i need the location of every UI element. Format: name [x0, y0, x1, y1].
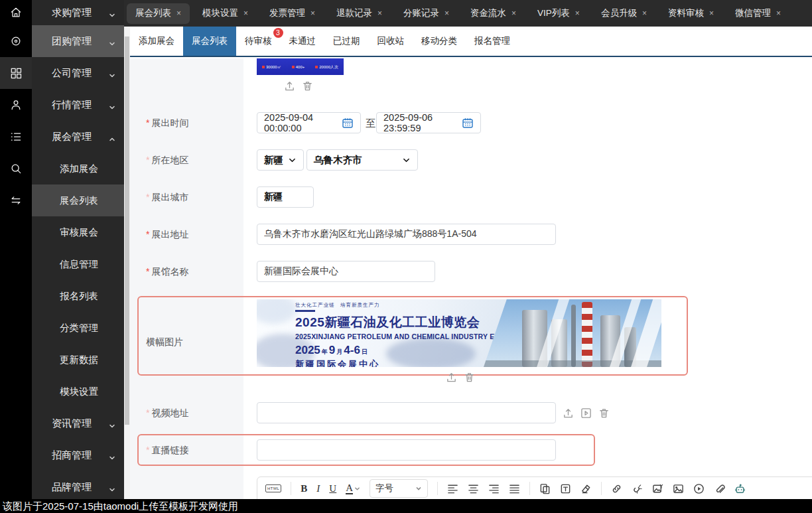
- grid-icon[interactable]: [0, 57, 32, 89]
- home-icon[interactable]: [0, 0, 32, 25]
- tab-exhibition-list[interactable]: 展会列表: [183, 27, 236, 56]
- window-tab-wechat[interactable]: 微信管理×: [726, 0, 789, 27]
- video-url-input[interactable]: [257, 402, 556, 423]
- tab-move-category[interactable]: 移动分类: [413, 27, 466, 56]
- tab-pending-audit[interactable]: 待审核3: [236, 27, 281, 56]
- font-color-button[interactable]: A: [346, 483, 360, 494]
- start-datetime-input[interactable]: 2025-09-04 00:00:00: [257, 112, 361, 133]
- list-icon[interactable]: [0, 121, 32, 153]
- font-size-select[interactable]: 字号: [370, 479, 428, 498]
- live-link-input[interactable]: [257, 439, 556, 461]
- section-tab-bar: 添加展会 展会列表 待审核3 未通过 已过期 回收站 移动分类 报名管理: [130, 27, 812, 57]
- trash-icon[interactable]: [598, 407, 610, 419]
- calendar-icon[interactable]: [462, 117, 474, 129]
- close-icon[interactable]: ×: [176, 9, 181, 17]
- sidebar-item-pinpai[interactable]: 品牌管理: [32, 471, 124, 503]
- chevron-down-icon: [288, 156, 297, 165]
- window-tab-cashflow[interactable]: 资金流水×: [462, 0, 525, 27]
- align-left-button[interactable]: [447, 483, 458, 494]
- bold-button[interactable]: B: [301, 483, 307, 494]
- vertical-scrollbar[interactable]: [124, 27, 130, 499]
- underline-button[interactable]: U: [329, 483, 336, 494]
- align-right-button[interactable]: [488, 483, 500, 494]
- close-icon[interactable]: ×: [575, 9, 580, 17]
- calendar-icon[interactable]: [342, 117, 354, 129]
- field-label-banner: 横幅图片: [146, 336, 183, 347]
- play-preview-icon[interactable]: [580, 407, 592, 419]
- target-icon[interactable]: [0, 25, 32, 57]
- upload-icon[interactable]: [446, 372, 457, 383]
- sidebar-item-category-manage[interactable]: 分类管理: [32, 312, 124, 344]
- tab-signup-manage[interactable]: 报名管理: [466, 27, 519, 56]
- link-button[interactable]: [611, 483, 622, 494]
- close-icon[interactable]: ×: [642, 9, 647, 17]
- sidebar-item-qiugou[interactable]: 求购管理: [32, 0, 124, 25]
- chevron-down-icon: [109, 9, 115, 16]
- close-icon[interactable]: ×: [709, 9, 714, 17]
- city-select[interactable]: 乌鲁木齐市: [306, 149, 418, 171]
- trash-icon[interactable]: [302, 80, 313, 92]
- upload-icon[interactable]: [563, 407, 574, 419]
- window-tab-data-audit[interactable]: 资料审核×: [659, 0, 722, 27]
- paste-button[interactable]: [539, 483, 551, 494]
- robot-button[interactable]: [734, 483, 746, 494]
- align-justify-button[interactable]: [509, 483, 520, 494]
- end-datetime-input[interactable]: 2025-09-06 23:59:59: [376, 112, 481, 133]
- window-tab-module-settings[interactable]: 模块设置×: [194, 0, 257, 27]
- tab-expired[interactable]: 已过期: [324, 27, 369, 56]
- swap-icon[interactable]: [0, 184, 32, 216]
- window-tab-refund[interactable]: 退款记录×: [328, 0, 391, 27]
- sidebar-item-zixun[interactable]: 资讯管理: [32, 407, 124, 439]
- tab-add-exhibition[interactable]: 添加展会: [130, 27, 183, 56]
- sidebar-item-audit-exhibition[interactable]: 审核展会: [32, 216, 124, 248]
- sidebar-item-module-settings[interactable]: 模块设置: [32, 376, 124, 407]
- scrollbar-thumb[interactable]: [125, 37, 129, 425]
- sidebar-item-info-manage[interactable]: 信息管理: [32, 248, 124, 280]
- chevron-down-icon: [109, 102, 115, 108]
- user-icon[interactable]: [0, 89, 32, 121]
- tab-rejected[interactable]: 未通过: [281, 27, 325, 56]
- sidebar-item-zhaoshang[interactable]: 招商管理: [32, 439, 124, 471]
- sidebar-item-signup-list[interactable]: 报名列表: [32, 280, 124, 312]
- window-tab-member-upgrade[interactable]: 会员升级×: [592, 0, 655, 27]
- banner-date: 2025年9月4-6日: [295, 344, 509, 357]
- window-tab-invoice[interactable]: 发票管理×: [261, 0, 324, 27]
- upload-icon[interactable]: [284, 80, 295, 92]
- close-icon[interactable]: ×: [243, 9, 248, 17]
- intro-image-preview: 30000㎡ 400+ 20000人次: [257, 58, 344, 75]
- sidebar-item-hangqing[interactable]: 行情管理: [32, 89, 124, 121]
- image-upload-button[interactable]: [652, 483, 663, 494]
- exhibit-city-input[interactable]: [257, 186, 314, 208]
- trash-icon[interactable]: [464, 372, 475, 383]
- attachment-button[interactable]: [714, 483, 725, 494]
- italic-button[interactable]: I: [316, 483, 320, 494]
- window-tab-exhibition-list[interactable]: 展会列表×: [127, 3, 190, 24]
- image-button[interactable]: [673, 483, 684, 494]
- venue-name-input[interactable]: [257, 261, 435, 282]
- window-tab-ledger[interactable]: 分账记录×: [395, 0, 458, 27]
- rich-text-editor: HTML B I U A 字号: [257, 476, 812, 499]
- sidebar-item-gongsi[interactable]: 公司管理: [32, 57, 124, 89]
- province-select[interactable]: 新疆: [257, 149, 304, 171]
- tab-recycle-bin[interactable]: 回收站: [369, 27, 413, 56]
- close-icon[interactable]: ×: [511, 9, 516, 17]
- close-icon[interactable]: ×: [776, 9, 781, 17]
- video-button[interactable]: [693, 483, 705, 494]
- sidebar-item-update-data[interactable]: 更新数据: [32, 344, 124, 376]
- sidebar-item-exhibition-list[interactable]: 展会列表: [32, 184, 124, 216]
- align-center-button[interactable]: [468, 483, 479, 494]
- clear-format-eraser-button[interactable]: [580, 483, 592, 494]
- close-icon[interactable]: ×: [444, 9, 449, 17]
- window-tab-vip-list[interactable]: VIP列表×: [529, 0, 588, 27]
- unlink-button[interactable]: [632, 483, 643, 494]
- source-code-button[interactable]: HTML: [265, 484, 281, 492]
- search-icon[interactable]: [0, 153, 32, 184]
- sidebar-item-add-exhibition[interactable]: 添加展会: [32, 153, 124, 184]
- close-icon[interactable]: ×: [377, 9, 382, 17]
- sidebar-item-tuangou[interactable]: 团购管理: [32, 25, 124, 57]
- close-icon[interactable]: ×: [310, 9, 315, 17]
- paste-as-text-button[interactable]: [560, 483, 571, 494]
- chevron-down-icon: [109, 484, 115, 490]
- exhibit-address-input[interactable]: [257, 224, 556, 245]
- sidebar-item-zhanhui[interactable]: 展会管理: [32, 121, 124, 153]
